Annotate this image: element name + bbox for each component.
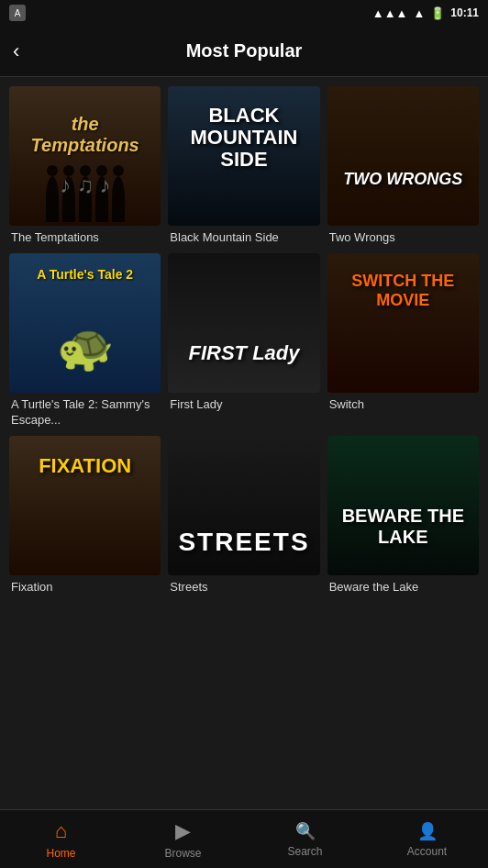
page-title: Most Popular <box>186 40 303 61</box>
movie-title-black-mountain: Black Mountain Side <box>168 230 319 246</box>
movie-title-fixation: Fixation <box>9 580 161 595</box>
people-silhouette <box>9 161 161 226</box>
bottom-nav: ⌂ Home ▶ Browse 🔍 Search 👤 Account <box>0 809 488 868</box>
movie-poster-fixation <box>9 436 161 575</box>
wifi-icon: ▲ <box>413 6 425 20</box>
movie-poster-first-lady <box>168 253 319 393</box>
movies-row-1: The Temptations Black Mountain Side Two … <box>9 86 479 246</box>
movie-title-turtle: A Turtle's Tale 2: Sammy's Escape... <box>9 397 161 428</box>
movie-card-switch[interactable]: Switch <box>327 253 479 428</box>
nav-item-browse[interactable]: ▶ Browse <box>122 810 244 868</box>
battery-icon: 🔋 <box>430 6 445 20</box>
account-icon: 👤 <box>417 821 438 841</box>
movie-card-streets[interactable]: Streets <box>168 436 319 595</box>
movie-poster-streets <box>168 436 319 575</box>
home-icon: ⌂ <box>55 819 67 843</box>
movie-card-black-mountain[interactable]: Black Mountain Side <box>168 86 319 246</box>
nav-label-browse: Browse <box>164 847 201 860</box>
back-button[interactable]: ‹ <box>13 39 19 63</box>
signal-icon: ▲▲▲ <box>372 6 408 20</box>
nav-label-account: Account <box>407 845 447 858</box>
nav-label-search: Search <box>287 845 322 858</box>
movie-poster-temptations <box>9 86 161 226</box>
movie-poster-two-wrongs <box>327 86 479 226</box>
nav-label-home: Home <box>46 847 75 860</box>
movie-title-switch: Switch <box>327 397 479 413</box>
movie-card-fixation[interactable]: Fixation <box>9 436 161 595</box>
movie-poster-black-mountain <box>168 86 319 226</box>
movie-title-streets: Streets <box>168 580 319 595</box>
status-bar: A ▲▲▲ ▲ 🔋 10:11 <box>0 0 488 26</box>
nav-item-search[interactable]: 🔍 Search <box>244 810 366 868</box>
movie-card-temptations[interactable]: The Temptations <box>9 86 161 246</box>
browse-icon: ▶ <box>175 819 191 843</box>
movie-card-first-lady[interactable]: First Lady <box>168 253 319 428</box>
movie-card-beware[interactable]: Beware the Lake <box>327 436 479 595</box>
movies-row-3: Fixation Streets Beware the Lake <box>9 436 479 595</box>
search-icon: 🔍 <box>295 821 316 841</box>
content-area: The Temptations Black Mountain Side Two … <box>0 77 488 809</box>
movie-title-beware: Beware the Lake <box>327 580 479 595</box>
movie-card-two-wrongs[interactable]: Two Wrongs <box>327 86 479 246</box>
nav-item-account[interactable]: 👤 Account <box>366 810 488 868</box>
page-header: ‹ Most Popular <box>0 26 488 77</box>
movie-poster-switch <box>327 253 479 393</box>
movie-poster-beware <box>327 436 479 575</box>
movie-title-two-wrongs: Two Wrongs <box>327 230 479 246</box>
status-right: ▲▲▲ ▲ 🔋 10:11 <box>372 6 479 20</box>
status-left: A <box>9 5 26 21</box>
movies-row-2: A Turtle's Tale 2: Sammy's Escape... Fir… <box>9 253 479 428</box>
movie-title-first-lady: First Lady <box>168 397 319 413</box>
nav-item-home[interactable]: ⌂ Home <box>0 810 122 868</box>
movie-card-turtle[interactable]: A Turtle's Tale 2: Sammy's Escape... <box>9 253 161 428</box>
movie-title-temptations: The Temptations <box>9 230 161 246</box>
time-display: 10:11 <box>450 6 479 19</box>
movie-poster-turtle <box>9 253 161 393</box>
app-icon: A <box>9 5 26 21</box>
movies-grid: The Temptations Black Mountain Side Two … <box>9 86 479 603</box>
